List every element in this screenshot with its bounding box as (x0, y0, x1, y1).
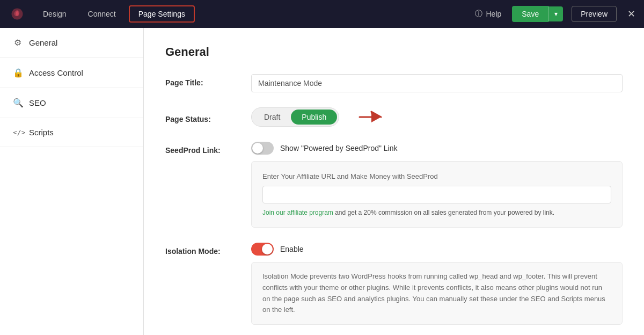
close-button[interactable]: ✕ (627, 8, 635, 20)
red-arrow-icon (356, 111, 382, 123)
page-status-label: Page Status: (165, 111, 251, 123)
page-title-input[interactable] (251, 74, 623, 92)
page-title-label: Page Title: (165, 74, 251, 87)
sidebar-item-scripts[interactable]: </> Scripts (0, 118, 143, 147)
help-icon: ⓘ (475, 9, 482, 19)
toggle-thumb (252, 143, 263, 154)
lock-icon: 🔒 (13, 68, 23, 78)
toggle-track (251, 142, 274, 155)
isolation-toggle-thumb (262, 244, 273, 254)
affiliate-link[interactable]: Join our affiliate program (262, 209, 333, 216)
main-layout: ⚙ General 🔒 Access Control 🔍 SEO </> Scr… (0, 28, 644, 335)
isolation-toggle-track (251, 243, 274, 256)
gear-icon: ⚙ (13, 38, 23, 48)
logo (9, 5, 26, 23)
sidebar-item-seo[interactable]: 🔍 SEO (0, 88, 143, 118)
isolation-description: Isolation Mode prevents two WordPress ho… (251, 262, 623, 325)
preview-button[interactable]: Preview (572, 6, 617, 22)
draft-button[interactable]: Draft (253, 110, 291, 125)
content-area: General Page Title: Page Status: Draft P… (144, 28, 644, 335)
isolation-mode-row: Isolation Mode: Enable Isolation Mode pr… (165, 243, 623, 325)
page-status-field: Draft Publish (251, 107, 623, 127)
page-title-field (251, 74, 623, 92)
affiliate-label: Enter Your Affiliate URL and Make Money … (262, 172, 611, 180)
seedprod-link-field: Show "Powered by SeedProd" Link Enter Yo… (251, 142, 623, 228)
search-icon: 🔍 (13, 98, 23, 108)
isolation-mode-label: Isolation Mode: (165, 243, 251, 256)
isolation-toggle[interactable] (251, 243, 274, 256)
seedprod-toggle[interactable] (251, 142, 274, 155)
page-title: General (165, 45, 623, 59)
save-button[interactable]: Save (512, 6, 548, 22)
save-group: Save ▾ (512, 6, 563, 22)
sidebar-item-access-control[interactable]: 🔒 Access Control (0, 58, 143, 88)
code-icon: </> (13, 128, 23, 136)
seedprod-toggle-label: Show "Powered by SeedProd" Link (280, 144, 398, 152)
affiliate-url-input[interactable] (262, 186, 611, 203)
sidebar-item-general[interactable]: ⚙ General (0, 28, 143, 58)
affiliate-box: Enter Your Affiliate URL and Make Money … (251, 161, 623, 228)
status-toggle: Draft Publish (251, 107, 339, 127)
save-dropdown-button[interactable]: ▾ (548, 6, 563, 21)
nav-design[interactable]: Design (34, 6, 75, 21)
nav-page-settings[interactable]: Page Settings (129, 5, 195, 23)
seedprod-link-row: SeedProd Link: Show "Powered by SeedProd… (165, 142, 623, 228)
nav-connect[interactable]: Connect (79, 6, 125, 21)
top-nav: Design Connect Page Settings ⓘ Help Save… (0, 0, 644, 28)
isolation-mode-field: Enable Isolation Mode prevents two WordP… (251, 243, 623, 325)
publish-arrow-indicator (356, 111, 382, 123)
nav-help[interactable]: ⓘ Help (475, 9, 501, 19)
publish-button[interactable]: Publish (291, 110, 337, 125)
sidebar: ⚙ General 🔒 Access Control 🔍 SEO </> Scr… (0, 28, 144, 335)
seedprod-link-label: SeedProd Link: (165, 142, 251, 155)
isolation-enable-label: Enable (280, 245, 304, 253)
affiliate-note: Join our affiliate program and get a 20%… (262, 209, 611, 216)
page-title-row: Page Title: (165, 74, 623, 92)
page-status-row: Page Status: Draft Publish (165, 107, 623, 127)
